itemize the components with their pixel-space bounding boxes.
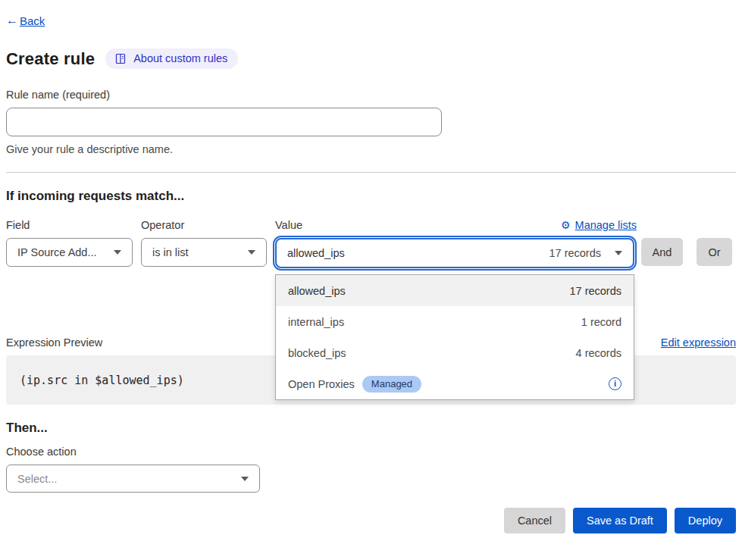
cancel-button[interactable]: Cancel [504, 508, 565, 533]
list-option-meta: 1 record [581, 316, 621, 328]
action-select-placeholder: Select... [17, 473, 57, 485]
list-option-allowed-ips[interactable]: allowed_ips 17 records [276, 275, 634, 306]
value-column: allowed_ips 17 records allowed_ips 17 re… [273, 238, 637, 268]
info-icon[interactable]: i [609, 377, 621, 390]
back-label: Back [20, 14, 45, 27]
list-dropdown: allowed_ips 17 records internal_ips 1 re… [275, 274, 634, 400]
section-divider [6, 172, 736, 173]
back-arrow-icon: ← [6, 14, 18, 27]
edit-expression-link[interactable]: Edit expression [661, 336, 736, 349]
condition-labels-row: Field Operator Value ⚙ Manage lists [6, 219, 736, 231]
expression-preview-label: Expression Preview [6, 336, 102, 349]
value-label: Value [275, 219, 302, 231]
list-option-name: allowed_ips [288, 285, 346, 297]
field-label: Field [6, 219, 141, 231]
chevron-down-icon [114, 250, 121, 255]
operator-select[interactable]: is in list [141, 238, 267, 267]
rule-name-label: Rule name (required) [6, 89, 736, 101]
expression-code: (ip.src in $allowed_ips) [20, 374, 184, 387]
list-option-name: blocked_ips [288, 347, 346, 359]
list-option-meta: 17 records [569, 285, 621, 297]
page-title: Create rule [6, 49, 95, 69]
gear-icon: ⚙ [561, 219, 571, 231]
value-selected-name: allowed_ips [287, 247, 345, 259]
field-select-value: IP Source Add... [17, 246, 97, 258]
field-select[interactable]: IP Source Add... [6, 238, 133, 267]
create-rule-page: ←Back Create rule About custom rules Rul… [0, 0, 742, 560]
save-draft-button[interactable]: Save as Draft [573, 508, 667, 533]
value-selected-meta: 17 records [549, 247, 601, 259]
about-custom-rules-label: About custom rules [133, 52, 227, 64]
chevron-down-icon [615, 251, 622, 255]
book-icon [114, 53, 127, 64]
choose-action-label: Choose action [6, 446, 736, 458]
action-select[interactable]: Select... [6, 465, 260, 493]
condition-row: IP Source Add... is in list allowed_ips … [6, 238, 736, 268]
and-button[interactable]: And [641, 238, 683, 266]
list-option-open-proxies[interactable]: Open Proxies Managed i [276, 368, 634, 399]
manage-lists-label: Manage lists [575, 219, 637, 231]
list-option-name: internal_ips [288, 316, 344, 328]
chevron-down-icon [248, 250, 255, 255]
match-heading: If incoming requests match... [6, 189, 736, 204]
deploy-button[interactable]: Deploy [675, 508, 736, 533]
list-option-name: Open Proxies [288, 378, 355, 390]
manage-lists-link[interactable]: ⚙ Manage lists [561, 219, 637, 231]
title-row: Create rule About custom rules [6, 48, 736, 69]
managed-badge: Managed [362, 376, 421, 393]
operator-select-value: is in list [152, 246, 189, 258]
list-option-meta: 4 records [576, 347, 621, 359]
list-option-internal-ips[interactable]: internal_ips 1 record [276, 306, 634, 337]
then-heading: Then... [6, 421, 736, 436]
rule-name-help: Give your rule a descriptive name. [6, 143, 736, 155]
rule-name-input[interactable] [6, 108, 442, 136]
back-link[interactable]: ←Back [6, 14, 45, 27]
footer-actions: Cancel Save as Draft Deploy [6, 508, 736, 533]
about-custom-rules-link[interactable]: About custom rules [105, 48, 238, 69]
list-option-blocked-ips[interactable]: blocked_ips 4 records [276, 337, 634, 368]
value-select[interactable]: allowed_ips 17 records [275, 238, 634, 268]
operator-label: Operator [141, 219, 273, 231]
chevron-down-icon [241, 477, 249, 481]
or-button[interactable]: Or [697, 238, 732, 266]
